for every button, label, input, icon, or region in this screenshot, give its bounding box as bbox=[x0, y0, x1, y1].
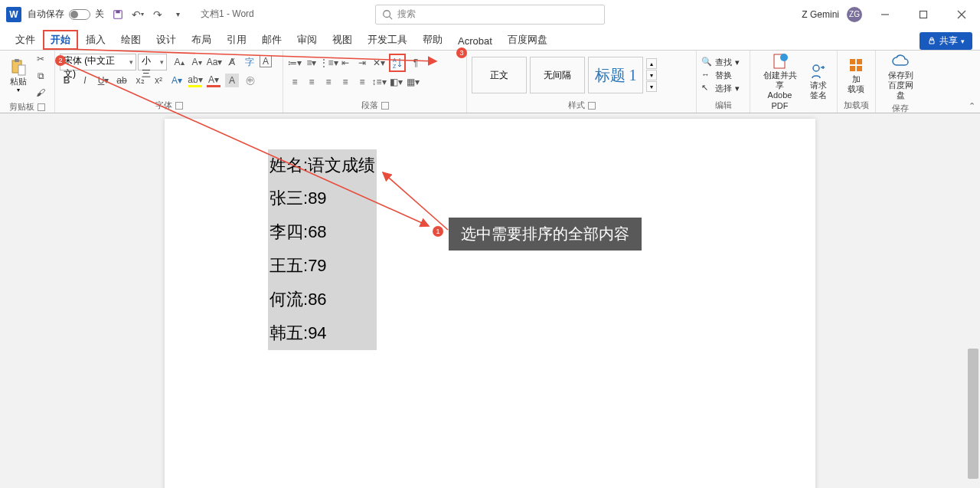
font-color-icon[interactable]: A▾ bbox=[207, 74, 220, 87]
dialog-launcher-icon[interactable] bbox=[175, 102, 183, 110]
format-painter-icon[interactable]: 🖌 bbox=[34, 86, 47, 100]
align-right-icon[interactable]: ≡ bbox=[322, 75, 335, 89]
svg-rect-10 bbox=[15, 59, 19, 62]
align-center-icon[interactable]: ≡ bbox=[305, 75, 318, 89]
show-marks-icon[interactable]: ¶ bbox=[409, 56, 423, 70]
bullets-icon[interactable]: ≔▾ bbox=[288, 56, 302, 70]
save-label: 保存 bbox=[892, 103, 909, 114]
tab-acrobat[interactable]: Acrobat bbox=[450, 32, 500, 50]
table-row: 何流:86 bbox=[268, 283, 335, 316]
selected-text-block[interactable]: 姓名:语文成绩 张三:89 李四:68 王五:79 何流:86 韩五:94 bbox=[268, 149, 377, 350]
table-row: 张三:89 bbox=[268, 182, 335, 215]
italic-icon[interactable]: I bbox=[78, 74, 92, 87]
align-left-icon[interactable]: ≡ bbox=[288, 75, 302, 89]
paste-button[interactable]: 粘贴 ▾ bbox=[5, 58, 32, 93]
tab-help[interactable]: 帮助 bbox=[415, 30, 450, 50]
badge-2: 2 bbox=[55, 55, 66, 66]
ribbon: 粘贴 ▾ ✂ ⧉ 🖌 剪贴板 宋体 (中文正文)▾ 小三▾ A▴ A▾ Aa▾ … bbox=[0, 51, 980, 113]
text-effects-icon[interactable]: A▾ bbox=[170, 74, 184, 87]
tab-review[interactable]: 审阅 bbox=[289, 30, 325, 50]
maximize-button[interactable] bbox=[908, 3, 939, 26]
tab-mailings[interactable]: 邮件 bbox=[254, 30, 289, 50]
char-shading-icon[interactable]: A bbox=[225, 74, 239, 87]
font-size-select[interactable]: 小三▾ bbox=[138, 54, 167, 70]
change-case-icon[interactable]: Aa▾ bbox=[207, 55, 222, 69]
tab-view[interactable]: 视图 bbox=[325, 30, 360, 50]
user-name[interactable]: Z Gemini bbox=[802, 9, 839, 20]
minimize-button[interactable] bbox=[870, 3, 900, 26]
user-avatar[interactable]: ZG bbox=[847, 7, 862, 22]
tab-layout[interactable]: 布局 bbox=[184, 30, 219, 50]
undo-icon[interactable]: ↶▾ bbox=[130, 7, 145, 22]
close-button[interactable] bbox=[946, 3, 977, 26]
grow-font-icon[interactable]: A▴ bbox=[172, 55, 187, 69]
cut-icon[interactable]: ✂ bbox=[34, 52, 47, 66]
asian-layout-icon[interactable]: ✕▾ bbox=[372, 56, 386, 70]
addins-label: 加载项 bbox=[844, 100, 869, 111]
clear-format-icon[interactable]: A̸ bbox=[224, 55, 240, 69]
find-button[interactable]: 🔍查找▾ bbox=[701, 57, 740, 68]
dialog-launcher-icon[interactable] bbox=[588, 102, 596, 110]
style-nospace[interactable]: 无间隔 bbox=[530, 57, 585, 93]
document-area[interactable]: 姓名:语文成绩 张三:89 李四:68 王五:79 何流:86 韩五:94 bbox=[0, 113, 980, 488]
vertical-scrollbar[interactable] bbox=[968, 119, 978, 482]
tab-home[interactable]: 开始 bbox=[43, 30, 78, 50]
font-label: 字体 bbox=[155, 100, 172, 111]
svg-rect-1 bbox=[116, 10, 119, 13]
highlight-icon[interactable]: ab▾ bbox=[188, 74, 202, 87]
char-border-icon[interactable]: A bbox=[260, 55, 272, 67]
svg-point-16 bbox=[813, 65, 819, 71]
style-heading1[interactable]: 标题 1 bbox=[588, 57, 643, 93]
numbering-icon[interactable]: ≡▾ bbox=[305, 56, 318, 70]
replace-button[interactable]: ↔替换 bbox=[701, 70, 732, 81]
svg-rect-19 bbox=[850, 66, 855, 71]
request-sign-button[interactable]: 请求签名 bbox=[805, 62, 832, 100]
tab-references[interactable]: 引用 bbox=[219, 30, 254, 50]
pdf-icon bbox=[771, 52, 789, 70]
multilevel-list-icon[interactable]: ⋮≡▾ bbox=[322, 56, 335, 70]
paste-icon bbox=[9, 58, 28, 77]
select-icon: ↖ bbox=[701, 83, 712, 93]
distributed-icon[interactable]: ≡ bbox=[355, 75, 369, 89]
style-normal[interactable]: 正文 bbox=[472, 57, 527, 93]
styles-label: 样式 bbox=[568, 100, 585, 111]
shading-icon[interactable]: ◧▾ bbox=[389, 75, 403, 89]
tab-baidu[interactable]: 百度网盘 bbox=[500, 30, 555, 50]
save-icon[interactable] bbox=[110, 7, 126, 22]
share-button[interactable]: 共享▾ bbox=[920, 32, 972, 50]
search-input[interactable]: 搜索 bbox=[375, 5, 605, 25]
increase-indent-icon[interactable]: ⇥ bbox=[355, 56, 369, 70]
dialog-launcher-icon[interactable] bbox=[38, 103, 45, 111]
decrease-indent-icon[interactable]: ⇤ bbox=[338, 56, 352, 70]
addins-button[interactable]: 加载项 bbox=[842, 56, 870, 94]
scrollbar-thumb[interactable] bbox=[968, 349, 978, 479]
tab-design[interactable]: 设计 bbox=[149, 30, 184, 50]
superscript-icon[interactable]: x² bbox=[152, 74, 165, 87]
autosave-toggle[interactable]: 自动保存 关 bbox=[28, 8, 104, 21]
copy-icon[interactable]: ⧉ bbox=[34, 69, 47, 83]
collapse-ribbon-icon[interactable]: ⌃ bbox=[969, 101, 975, 111]
addins-icon bbox=[847, 56, 865, 74]
redo-icon[interactable]: ↷ bbox=[150, 7, 165, 22]
tab-file[interactable]: 文件 bbox=[8, 30, 43, 50]
save-baidu-button[interactable]: 保存到百度网盘 bbox=[880, 52, 920, 101]
underline-icon[interactable]: U▾ bbox=[96, 74, 110, 87]
enclose-char-icon[interactable]: ㊥ bbox=[243, 74, 257, 87]
line-spacing-icon[interactable]: ↕≡▾ bbox=[372, 75, 386, 89]
sort-button[interactable]: AZ bbox=[389, 54, 406, 72]
create-pdf-button[interactable]: 创建并共享Adobe PDF bbox=[755, 52, 805, 111]
borders-icon[interactable]: ▦▾ bbox=[406, 75, 420, 89]
dialog-launcher-icon[interactable] bbox=[381, 102, 389, 110]
tab-draw[interactable]: 绘图 bbox=[113, 30, 149, 50]
tab-developer[interactable]: 开发工具 bbox=[360, 30, 415, 50]
select-button[interactable]: ↖选择▾ bbox=[701, 83, 740, 94]
qat-more-icon[interactable]: ▾ bbox=[170, 7, 185, 22]
strikethrough-icon[interactable]: ab bbox=[115, 74, 129, 87]
justify-icon[interactable]: ≡ bbox=[338, 75, 352, 89]
shrink-font-icon[interactable]: A▾ bbox=[189, 55, 204, 69]
table-row: 韩五:94 bbox=[268, 316, 335, 350]
tab-insert[interactable]: 插入 bbox=[78, 30, 113, 50]
styles-gallery-scroll[interactable]: ▴▾▾ bbox=[646, 58, 657, 92]
phonetic-guide-icon[interactable]: 字 bbox=[242, 55, 257, 69]
font-name-select[interactable]: 宋体 (中文正文)▾ bbox=[60, 54, 136, 70]
